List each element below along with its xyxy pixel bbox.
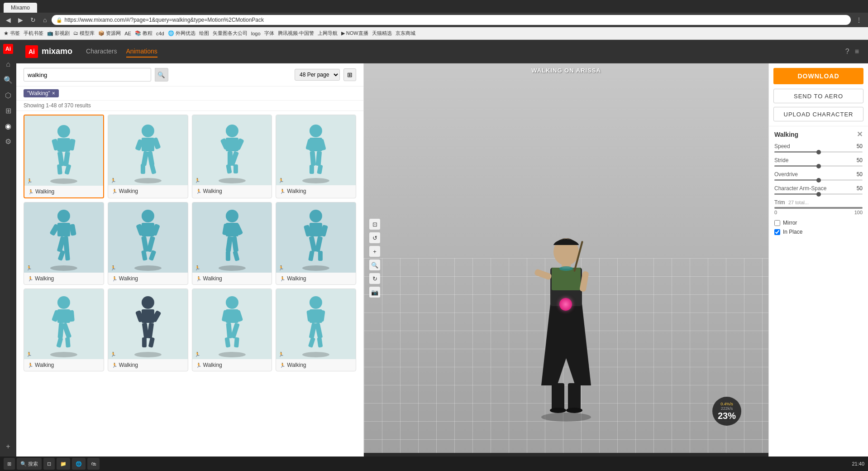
bookmark-item[interactable]: ▶ NOW直播: [341, 30, 368, 37]
armspace-slider[interactable]: [774, 193, 863, 195]
sidebar-icon-search[interactable]: 🔍: [1, 72, 15, 87]
taskbar-task-view[interactable]: ⊡: [43, 458, 55, 470]
nav-tab-animations[interactable]: Animations: [126, 46, 157, 58]
sidebar-icon-settings[interactable]: ⚙: [1, 134, 15, 149]
grid-view-button[interactable]: ⊞: [343, 68, 356, 81]
search-input[interactable]: [24, 68, 151, 82]
bookmark-item[interactable]: 手机书签: [24, 30, 43, 37]
help-icon[interactable]: ?: [845, 48, 849, 56]
back-button[interactable]: ◀: [4, 15, 13, 24]
bookmark-item[interactable]: 📺 影视剧: [47, 30, 70, 37]
taskbar-edge[interactable]: 🌐: [72, 458, 86, 470]
anim-label-5: 🏃 Walking: [108, 273, 188, 284]
in-place-label[interactable]: In Place: [783, 229, 802, 235]
left-panel: 🔍 48 Per page 24 Per page 96 Per page ⊞ …: [16, 63, 364, 471]
svg-rect-62: [233, 250, 239, 261]
param-close-button[interactable]: ✕: [857, 130, 863, 139]
send-aero-button[interactable]: SEND TO AERO: [773, 89, 863, 103]
bookmark-item[interactable]: 字体: [264, 30, 274, 37]
svg-rect-71: [318, 251, 323, 261]
trim-track[interactable]: [774, 207, 863, 209]
animation-card-9[interactable]: 🏃 🏃 Walking: [108, 288, 188, 371]
settings-icon[interactable]: ≡: [855, 48, 859, 56]
home-button[interactable]: ⌂: [41, 15, 49, 24]
svg-point-46: [142, 210, 154, 222]
character-dot[interactable]: [559, 298, 572, 311]
svg-point-36: [50, 265, 77, 271]
svg-rect-69: [315, 236, 323, 252]
taskbar-start[interactable]: ⊞: [4, 458, 15, 470]
animation-card-4[interactable]: 🏃 🏃 Walking: [24, 202, 104, 285]
filter-tag[interactable]: "Walking" ×: [24, 89, 59, 97]
animation-card-11[interactable]: 🏃 🏃 Walking: [276, 288, 356, 371]
bookmark-item[interactable]: 京东商城: [396, 30, 415, 37]
svg-rect-60: [231, 236, 238, 252]
mirror-checkbox[interactable]: [774, 220, 780, 226]
speed-slider-fill: [774, 151, 819, 153]
bookmark-item[interactable]: 天猫精选: [372, 30, 392, 37]
svg-rect-26: [233, 164, 238, 173]
zoom-custom-button[interactable]: 🔍: [369, 260, 380, 270]
sidebar-icon-3d[interactable]: ◉: [1, 119, 15, 133]
sidebar-icon-layers[interactable]: ⬡: [1, 88, 15, 102]
svg-rect-87: [147, 322, 154, 338]
search-button[interactable]: 🔍: [155, 68, 168, 82]
speed-slider-handle[interactable]: [816, 150, 821, 154]
filter-tag-close[interactable]: ×: [52, 90, 55, 96]
bookmark-item[interactable]: 上网导航: [318, 30, 338, 37]
bookmark-item[interactable]: 📦 资源网: [98, 30, 121, 37]
nav-tab-characters[interactable]: Characters: [86, 46, 117, 58]
forward-button[interactable]: ▶: [16, 15, 25, 24]
bookmark-item[interactable]: 🗂 模型库: [73, 30, 95, 37]
stride-slider[interactable]: [774, 165, 863, 167]
bookmark-item[interactable]: 矢量图各大公司: [213, 30, 248, 37]
reset-view-button[interactable]: ↻: [369, 273, 380, 284]
address-bar[interactable]: 🔒 https://www.mixamo.com/#/?page=1&query…: [52, 15, 851, 25]
animation-card-3[interactable]: 🏃 🏃 Walking: [276, 115, 356, 198]
animation-grid-container[interactable]: 🏃 🏃 Walking: [16, 111, 363, 471]
taskbar-file-explorer[interactable]: 📁: [57, 458, 70, 470]
overdrive-slider-handle[interactable]: [816, 178, 821, 183]
bookmark-item[interactable]: AE: [124, 31, 131, 36]
bookmark-item[interactable]: logo: [251, 31, 261, 36]
sidebar-icon-adobe[interactable]: Ai: [1, 42, 15, 56]
bookmark-item[interactable]: 📚 教程: [135, 30, 153, 37]
bookmark-item[interactable]: 绘图: [199, 30, 209, 37]
upload-character-button[interactable]: UPLOAD CHARACTER: [773, 107, 863, 121]
in-place-checkbox[interactable]: [774, 229, 780, 235]
taskbar-store[interactable]: 🛍: [87, 458, 100, 470]
animation-card-2[interactable]: 🏃 🏃 Walking: [192, 115, 272, 198]
viewport-3d[interactable]: WALKING ON ARISSA: [364, 63, 768, 453]
camera-button[interactable]: 📷: [369, 287, 380, 298]
speed-slider[interactable]: [774, 151, 863, 153]
svg-rect-15: [147, 151, 154, 166]
per-page-select[interactable]: 48 Per page 24 Per page 96 Per page: [295, 69, 340, 81]
mirror-label[interactable]: Mirror: [783, 220, 797, 226]
refresh-button[interactable]: ↻: [28, 15, 38, 24]
sidebar-icon-home[interactable]: ⌂: [1, 57, 15, 72]
rotate-reset-button[interactable]: ↺: [369, 232, 380, 243]
animation-card-7[interactable]: 🏃 🏃 Walking: [276, 202, 356, 285]
animation-card-1[interactable]: 🏃 🏃 Walking: [108, 115, 188, 198]
animation-card-8[interactable]: 🏃 🏃 Walking: [24, 288, 104, 371]
stride-slider-handle[interactable]: [816, 164, 821, 168]
overdrive-slider[interactable]: [774, 179, 863, 181]
armspace-slider-handle[interactable]: [816, 192, 821, 197]
sidebar-icon-add[interactable]: +: [1, 439, 15, 454]
animation-card-10[interactable]: 🏃 🏃 Walking: [192, 288, 272, 371]
bookmark-item[interactable]: c4d: [156, 31, 164, 36]
browser-menu-button[interactable]: ⋮: [854, 15, 864, 24]
animation-card-6[interactable]: 🏃 🏃 Walking: [192, 202, 272, 285]
header-right: ? ≡: [845, 48, 859, 56]
animation-card-5[interactable]: 🏃 🏃 Walking: [108, 202, 188, 285]
bookmark-item[interactable]: 腾讯视频·中国警: [278, 30, 314, 37]
bookmark-item[interactable]: ★ 书签: [4, 30, 20, 37]
sidebar-icon-grid[interactable]: ⊞: [1, 103, 15, 118]
browser-tab[interactable]: Mixamo: [4, 3, 37, 13]
zoom-out-button[interactable]: ⊡: [369, 219, 380, 230]
animation-card-0[interactable]: 🏃 🏃 Walking: [24, 115, 104, 198]
taskbar-search[interactable]: 🔍 搜索: [17, 458, 42, 470]
download-button[interactable]: DOWNLOAD: [773, 68, 863, 84]
bookmark-item[interactable]: 🌐 外网优选: [168, 30, 196, 37]
zoom-in-button[interactable]: +: [369, 246, 380, 257]
